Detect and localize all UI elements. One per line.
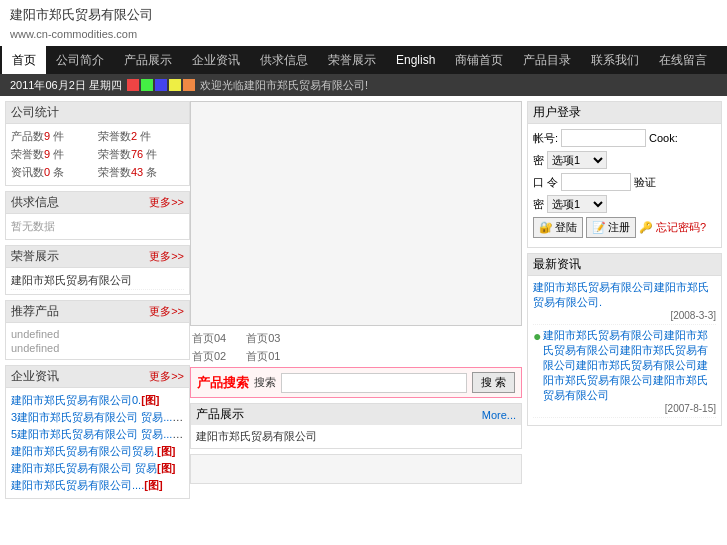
stats-box: 公司统计 产品数9 件 荣誉数2 件 荣誉数9 件 荣誉数76 件 资讯数0 条… (5, 101, 190, 186)
color-sq-2 (141, 79, 153, 91)
stat-honor43: 荣誉数43 条 (98, 164, 184, 181)
website: www.cn-commodities.com (10, 28, 717, 40)
nav-item-shop[interactable]: 商铺首页 (445, 46, 513, 74)
supply-box: 供求信息 更多>> 暂无数据 (5, 191, 190, 240)
product-item: 建阳市郑氏贸易有限公司 (196, 429, 516, 444)
news-entry-1-text[interactable]: 建阳市郑氏贸易有限公司建阳市郑氏贸易有限公司建阳市郑氏贸易有限公司建阳市郑氏贸易… (543, 328, 716, 403)
nav-item-catalog[interactable]: 产品目录 (513, 46, 581, 74)
left-news-2: 5建阳市郑氏贸易有限公司 贸易....[图] (11, 426, 184, 443)
nav-item-news[interactable]: 企业资讯 (182, 46, 250, 74)
main-panel: 首页04 首页03 首页02 首页01 产品搜索 搜索 搜 索 产品展示 Mor… (190, 101, 522, 504)
search-input[interactable] (281, 373, 467, 393)
left-news-0: 建阳市郑氏贸易有限公司0.[图] (11, 392, 184, 409)
welcome-text: 欢迎光临建阳市郑氏贸易有限公司! (200, 78, 368, 93)
stat-honor9: 荣誉数9 件 (11, 146, 97, 163)
supply-header: 供求信息 更多>> (6, 192, 189, 214)
forgot-password-link[interactable]: 🔑 忘记密码? (639, 220, 706, 235)
search-button[interactable]: 搜 索 (472, 372, 515, 393)
login-select-row: 密 选项1 (533, 151, 716, 169)
login-icon: 🔐 (539, 221, 553, 234)
main-layout: 公司统计 产品数9 件 荣誉数2 件 荣誉数9 件 荣誉数76 件 资讯数0 条… (0, 96, 727, 509)
breadcrumb-row2: 首页02 首页01 (190, 349, 522, 364)
select-label: 密 (533, 153, 544, 168)
news-entry-0: 建阳市郑氏贸易有限公司建阳市郑氏贸易有限公司. [2008-3-3] (533, 280, 716, 325)
breadcrumb-row: 首页04 首页03 (190, 331, 522, 346)
left-panel: 公司统计 产品数9 件 荣誉数2 件 荣誉数9 件 荣誉数76 件 资讯数0 条… (5, 101, 190, 504)
honor-more-link[interactable]: 更多>> (149, 249, 184, 264)
verify-right-label: 验证 (634, 175, 656, 190)
right-news-body: 建阳市郑氏贸易有限公司建阳市郑氏贸易有限公司. [2008-3-3] ● 建阳市… (528, 276, 721, 425)
recommend-body: undefined undefined (6, 323, 189, 359)
honor-item: 建阳市郑氏贸易有限公司 (11, 272, 184, 290)
nav-item-english[interactable]: English (386, 46, 445, 74)
news-entry-0-text[interactable]: 建阳市郑氏贸易有限公司建阳市郑氏贸易有限公司. (533, 280, 716, 310)
supply-body: 暂无数据 (6, 214, 189, 239)
recommend-item-1: undefined (11, 327, 184, 341)
nav-item-supply[interactable]: 供求信息 (250, 46, 318, 74)
cook-label: Cook: (649, 132, 678, 144)
news-entry-1-date: [2007-8-15] (533, 403, 716, 414)
login-select-2[interactable]: 选项1 (547, 195, 607, 213)
nav-item-message[interactable]: 在线留言 (649, 46, 717, 74)
recommend-header: 推荐产品 更多>> (6, 301, 189, 323)
main-banner (190, 101, 522, 326)
color-sq-1 (127, 79, 139, 91)
color-sq-3 (155, 79, 167, 91)
login-select-1[interactable]: 选项1 (547, 151, 607, 169)
bc-2: 首页03 (246, 331, 280, 346)
bc-4: 首页01 (246, 349, 280, 364)
supply-empty: 暂无数据 (11, 218, 184, 235)
select2-label: 密 (533, 197, 544, 212)
product-more-link[interactable]: More... (482, 409, 516, 421)
left-news-more-link[interactable]: 更多>> (149, 369, 184, 384)
username-input[interactable] (561, 129, 646, 147)
product-display-panel: 产品展示 More... 建阳市郑氏贸易有限公司 (190, 403, 522, 449)
verify-input[interactable] (561, 173, 631, 191)
login-box: 用户登录 帐号: Cook: 密 选项1 口 令 验证 (527, 101, 722, 248)
left-news-4: 建阳市郑氏贸易有限公司 贸易[图] (11, 460, 184, 477)
right-news-header: 最新资讯 (528, 254, 721, 276)
stat-honor76: 荣誉数76 件 (98, 146, 184, 163)
color-squares (127, 79, 195, 91)
company-name: 建阳市郑氏贸易有限公司 (10, 6, 717, 24)
nav-bar: 首页 公司简介 产品展示 企业资讯 供求信息 荣誉展示 English 商铺首页… (0, 46, 727, 74)
product-display-header: 产品展示 More... (191, 404, 521, 425)
recommend-item-2: undefined (11, 341, 184, 355)
nav-item-about[interactable]: 公司简介 (46, 46, 114, 74)
stats-header: 公司统计 (6, 102, 189, 124)
right-news-box: 最新资讯 建阳市郑氏贸易有限公司建阳市郑氏贸易有限公司. [2008-3-3] … (527, 253, 722, 426)
color-sq-4 (169, 79, 181, 91)
recommend-more-link[interactable]: 更多>> (149, 304, 184, 319)
left-news-1: 3建阳市郑氏贸易有限公司 贸易....[图] (11, 409, 184, 426)
bottom-strip (190, 454, 522, 484)
search-sublabel: 搜索 (254, 375, 276, 390)
forgot-icon: 🔑 (639, 221, 653, 233)
news-entry-1: ● 建阳市郑氏贸易有限公司建阳市郑氏贸易有限公司建阳市郑氏贸易有限公司建阳市郑氏… (533, 328, 716, 418)
bc-1: 首页04 (192, 331, 226, 346)
nav-item-home[interactable]: 首页 (2, 46, 46, 74)
supply-more-link[interactable]: 更多>> (149, 195, 184, 210)
color-sq-5 (183, 79, 195, 91)
news-dot-icon: ● (533, 328, 541, 344)
stat-news0: 资讯数0 条 (11, 164, 97, 181)
login-button[interactable]: 🔐 登陆 (533, 217, 583, 238)
product-display-body: 建阳市郑氏贸易有限公司 (191, 425, 521, 448)
login-header: 用户登录 (528, 102, 721, 124)
nav-item-honor[interactable]: 荣誉展示 (318, 46, 386, 74)
left-news-box: 企业资讯 更多>> 建阳市郑氏贸易有限公司0.[图] 3建阳市郑氏贸易有限公司 … (5, 365, 190, 499)
register-icon: 📝 (592, 221, 606, 234)
news-entry-0-date: [2008-3-3] (533, 310, 716, 321)
register-button[interactable]: 📝 注册 (586, 217, 636, 238)
stats-body: 产品数9 件 荣誉数2 件 荣誉数9 件 荣誉数76 件 资讯数0 条 荣誉数4… (6, 124, 189, 185)
left-news-5: 建阳市郑氏贸易有限公司....[图] (11, 477, 184, 494)
nav-item-products[interactable]: 产品展示 (114, 46, 182, 74)
bc-3: 首页02 (192, 349, 226, 364)
search-bar: 产品搜索 搜索 搜 索 (190, 367, 522, 398)
honor-box: 荣誉展示 更多>> 建阳市郑氏贸易有限公司 (5, 245, 190, 295)
stat-products: 产品数9 件 (11, 128, 97, 145)
sub-nav: 2011年06月2日 星期四 欢迎光临建阳市郑氏贸易有限公司! (0, 74, 727, 96)
nav-item-contact[interactable]: 联系我们 (581, 46, 649, 74)
search-label: 产品搜索 (197, 374, 249, 392)
honor-header: 荣誉展示 更多>> (6, 246, 189, 268)
left-news-body: 建阳市郑氏贸易有限公司0.[图] 3建阳市郑氏贸易有限公司 贸易....[图] … (6, 388, 189, 498)
